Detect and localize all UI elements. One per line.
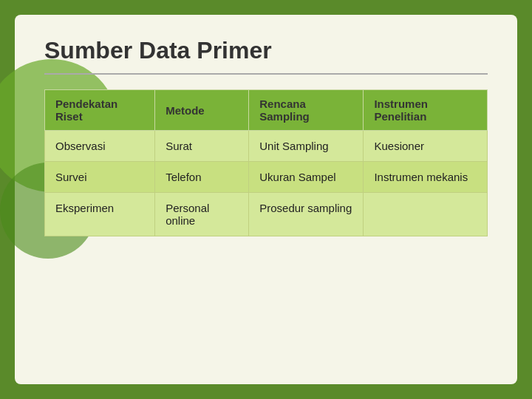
cell-0-3: Kuesioner (364, 131, 488, 162)
cell-2-3 (364, 193, 488, 236)
table-header-row: Pendekatan Riset Metode Rencana Sampling… (45, 90, 488, 131)
table-row: EksperimenPersonal onlineProsedur sampli… (45, 193, 488, 236)
cell-1-2: Ukuran Sampel (249, 162, 364, 193)
cell-0-0: Observasi (45, 131, 155, 162)
cell-2-0: Eksperimen (45, 193, 155, 236)
data-table: Pendekatan Riset Metode Rencana Sampling… (44, 89, 488, 236)
header-col1: Pendekatan Riset (45, 90, 155, 131)
slide-content: Sumber Data Primer Pendekatan Riset Meto… (44, 37, 488, 236)
table-row: ObservasiSuratUnit SamplingKuesioner (45, 131, 488, 162)
cell-2-1: Personal online (155, 193, 249, 236)
cell-0-2: Unit Sampling (249, 131, 364, 162)
header-col2: Metode (155, 90, 249, 131)
cell-1-3: Instrumen mekanis (364, 162, 488, 193)
cell-0-1: Surat (155, 131, 249, 162)
header-col3: Rencana Sampling (249, 90, 364, 131)
table-row: SurveiTelefonUkuran SampelInstrumen meka… (45, 162, 488, 193)
cell-1-1: Telefon (155, 162, 249, 193)
slide-title: Sumber Data Primer (44, 37, 488, 64)
title-divider (44, 73, 488, 75)
cell-1-0: Survei (45, 162, 155, 193)
header-col4: Instrumen Penelitian (364, 90, 488, 131)
slide-container: Sumber Data Primer Pendekatan Riset Meto… (15, 15, 517, 384)
cell-2-2: Prosedur sampling (249, 193, 364, 236)
